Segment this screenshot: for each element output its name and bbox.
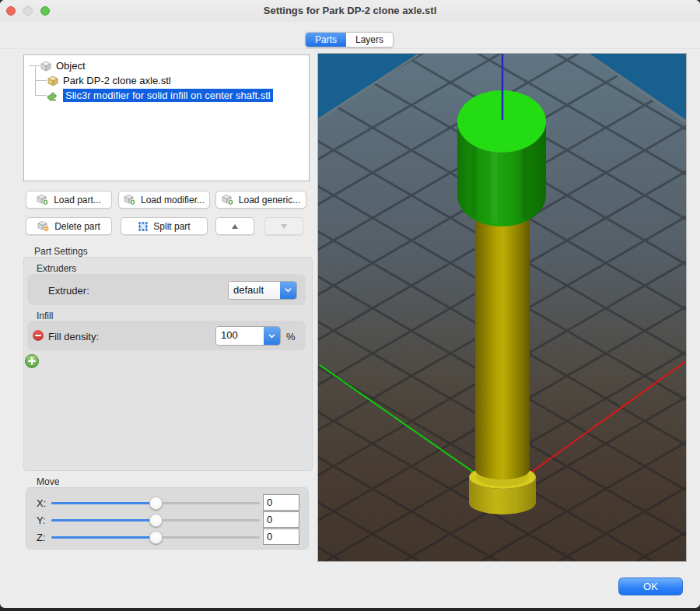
z-slider[interactable] (51, 536, 260, 539)
modifier-puzzle-icon (47, 90, 59, 102)
z-axis-label: Z: (37, 532, 46, 543)
window-title: Settings for Park DP-2 clone axle.stl (0, 5, 700, 16)
chevron-down-icon (280, 282, 296, 299)
cube-remove-icon (37, 220, 50, 232)
object-tree[interactable]: Object Park DP-2 clone axle.stl Slic3r m… (23, 54, 310, 181)
parts-layers-tabs: Parts Layers (305, 32, 394, 47)
object-cube-icon (40, 60, 52, 72)
tree-item-label-selected: Slic3r modifier for solid infill on cent… (63, 89, 273, 102)
cube-add-icon (37, 194, 49, 205)
x-axis-label: X: (37, 497, 46, 509)
chevron-down-icon (264, 327, 280, 345)
y-slider[interactable] (51, 519, 260, 521)
load-part-label: Load part... (54, 195, 101, 205)
tree-item-part[interactable]: Park DP-2 clone axle.stl (47, 73, 171, 88)
tree-item-label: Object (56, 60, 86, 72)
x-value-input[interactable] (263, 494, 299, 511)
split-part-label: Split part (153, 221, 190, 232)
3d-preview-canvas[interactable] (317, 53, 687, 562)
load-part-button[interactable]: Load part... (26, 191, 112, 209)
tree-connector (29, 65, 40, 66)
fill-density-combobox[interactable]: 100 (215, 326, 281, 346)
move-title: Move (37, 476, 59, 487)
ok-button[interactable]: OK (618, 578, 683, 595)
z-slider-thumb[interactable] (149, 531, 163, 544)
load-modifier-label: Load modifier... (141, 195, 205, 205)
x-slider-fill (51, 502, 156, 504)
extruder-value: default (229, 282, 280, 299)
move-x-row: X: (26, 495, 308, 511)
z-value-input[interactable] (263, 528, 299, 545)
arrow-up-icon (232, 224, 238, 229)
delete-part-label: Delete part (54, 221, 100, 232)
notebook-divider (0, 48, 700, 49)
extruders-title: Extruders (37, 263, 76, 274)
move-y-row: Y: (26, 512, 308, 528)
delete-part-button[interactable]: Delete part (26, 217, 112, 235)
part-cube-icon (47, 75, 59, 87)
tab-parts[interactable]: Parts (306, 33, 346, 47)
tree-item-label: Park DP-2 clone axle.stl (63, 75, 171, 86)
move-item-down-button[interactable] (264, 217, 303, 235)
move-z-row: Z: (26, 529, 308, 545)
settings-dialog: Settings for Park DP-2 clone axle.stl Pa… (0, 0, 700, 608)
tree-connector (35, 80, 47, 81)
remove-setting-icon[interactable] (33, 330, 44, 341)
z-slider-fill (51, 536, 156, 539)
load-modifier-button[interactable]: Load modifier... (118, 191, 210, 209)
fill-density-label: Fill density: (48, 331, 99, 342)
tree-item-modifier[interactable]: Slic3r modifier for solid infill on cent… (47, 88, 273, 103)
split-part-button[interactable]: Split part (121, 217, 208, 235)
load-generic-label: Load generic... (239, 195, 300, 205)
tree-item-object[interactable]: Object (40, 58, 86, 73)
y-slider-fill (51, 519, 156, 521)
y-axis-label: Y: (37, 514, 46, 526)
extruder-select[interactable]: default (228, 281, 297, 300)
desktop: { "window": { "title": "Settings for Par… (0, 0, 700, 611)
tree-connector (35, 95, 47, 96)
tab-layers[interactable]: Layers (346, 33, 393, 47)
cube-add-icon (124, 194, 136, 205)
fill-density-value: 100 (216, 327, 264, 345)
cube-add-icon (222, 194, 234, 205)
add-setting-button[interactable] (25, 354, 39, 368)
split-selection-icon (138, 221, 149, 232)
arrow-down-icon (281, 224, 287, 229)
y-slider-thumb[interactable] (149, 514, 163, 527)
move-item-up-button[interactable] (215, 217, 254, 235)
part-settings-title: Part Settings (34, 246, 88, 257)
x-slider[interactable] (51, 502, 260, 504)
y-value-input[interactable] (263, 511, 299, 528)
part-shaft (475, 192, 530, 479)
move-group: X: Y: Z: (26, 487, 309, 550)
x-slider-thumb[interactable] (149, 497, 163, 510)
load-generic-button[interactable]: Load generic... (215, 191, 306, 209)
infill-title: Infill (37, 311, 53, 321)
titlebar: Settings for Park DP-2 clone axle.stl (0, 0, 700, 22)
fill-density-unit: % (286, 331, 296, 342)
extruder-label: Extruder: (48, 285, 89, 297)
